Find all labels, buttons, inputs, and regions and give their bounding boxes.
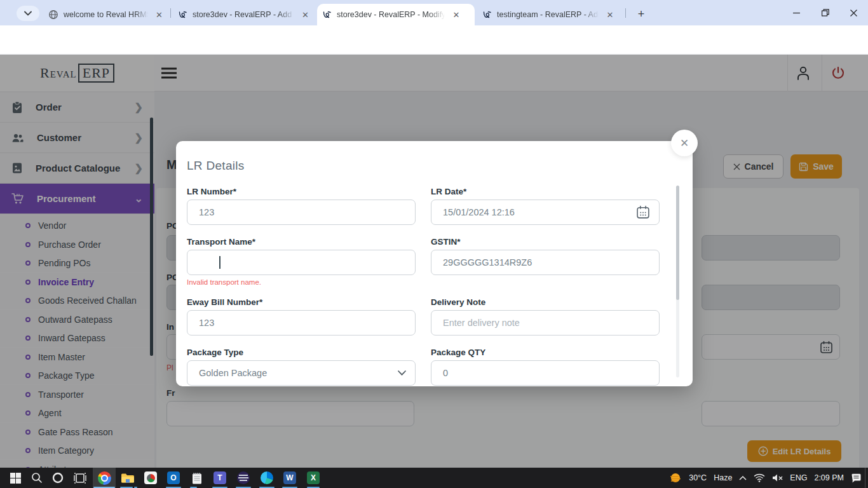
text-caret <box>219 256 220 269</box>
lr-date-input[interactable]: 15/01/2024 12:16 <box>431 200 660 225</box>
taskbar-word-icon[interactable]: W <box>278 468 301 488</box>
task-view-icon[interactable] <box>69 468 92 488</box>
wifi-icon[interactable] <box>754 473 765 482</box>
start-button[interactable] <box>4 468 27 488</box>
tab-close-icon[interactable]: ✕ <box>451 10 461 20</box>
package-type-label: Package Type <box>187 348 243 357</box>
lr-details-modal: LR Details LR Number* 123 LR Date* 15/01… <box>176 141 693 386</box>
delivery-note-input[interactable]: Enter delivery note <box>431 310 660 336</box>
taskbar-chrome-icon[interactable] <box>93 468 116 488</box>
gstin-label: GSTIN* <box>431 237 461 247</box>
taskbar-file-explorer-icon[interactable] <box>116 468 139 488</box>
delivery-note-label: Delivery Note <box>431 297 485 307</box>
eway-bill-label: Eway Bill Number* <box>187 297 262 307</box>
tab-reval-erp-modify-active[interactable]: store3dev - RevalERP - Modify ✕ <box>317 4 475 25</box>
reval-favicon <box>322 10 332 20</box>
weather-temp[interactable]: 30°C <box>689 473 707 482</box>
window-restore-button[interactable] <box>811 0 840 25</box>
globe-icon <box>48 10 58 20</box>
tab-close-icon[interactable]: ✕ <box>605 10 615 20</box>
window-minimize-button[interactable] <box>782 0 811 25</box>
tab-title: store3dev - RevalERP - Modify <box>337 10 445 19</box>
cortana-icon[interactable] <box>46 468 69 488</box>
calendar-icon[interactable] <box>636 205 650 219</box>
transport-name-input[interactable] <box>187 250 416 275</box>
transport-name-error: Invalid transport name. <box>187 278 261 286</box>
taskbar-pinwheel-app-icon[interactable] <box>139 468 162 488</box>
browser-toolbar: store3dev.revalweb.com/InvoiceEntry/modi… <box>0 25 868 55</box>
show-desktop-button[interactable] <box>865 468 868 488</box>
package-qty-input[interactable]: 0 <box>431 360 660 386</box>
lr-number-input[interactable]: 123 <box>187 200 416 225</box>
taskbar-teams-icon[interactable]: T <box>208 468 231 488</box>
modal-scrollbar-thumb[interactable] <box>676 186 679 300</box>
tab-testingteam[interactable]: testingteam - RevalERP - Add V ✕ <box>477 4 623 25</box>
window-close-button[interactable] <box>839 0 868 25</box>
tab-close-icon[interactable]: ✕ <box>301 10 310 20</box>
browser-tab-strip: welcome to Reval HRMS ✕ store3dev - Reva… <box>0 0 868 25</box>
reval-favicon <box>482 10 492 20</box>
weather-condition[interactable]: Haze <box>714 473 732 482</box>
taskbar-eclipse-icon[interactable] <box>232 468 255 488</box>
package-type-select[interactable]: Golden Package <box>187 360 416 386</box>
tab-divider <box>170 8 171 18</box>
system-tray: 30°C Haze ENG 2:09 PM <box>669 468 862 488</box>
lr-date-label: LR Date* <box>431 187 466 196</box>
chevron-down-icon <box>398 370 406 376</box>
new-tab-button[interactable]: + <box>633 6 649 22</box>
tab-divider <box>625 8 626 18</box>
gstin-input[interactable]: 29GGGGG1314R9Z6 <box>431 250 660 275</box>
tab-search-button[interactable] <box>17 6 39 21</box>
search-icon[interactable] <box>25 468 48 488</box>
package-qty-label: Package QTY <box>431 348 485 357</box>
tab-close-icon[interactable]: ✕ <box>154 10 164 20</box>
reval-favicon <box>178 10 187 20</box>
transport-name-label: Transport Name* <box>187 237 255 247</box>
weather-icon[interactable] <box>669 472 682 484</box>
taskbar-edge-icon[interactable] <box>255 468 278 488</box>
notification-center-icon[interactable] <box>851 473 862 483</box>
tab-title: testingteam - RevalERP - Add V <box>497 10 599 19</box>
tab-reval-erp-add[interactable]: store3dev - RevalERP - Add Inv ✕ <box>173 4 315 25</box>
input-language[interactable]: ENG <box>790 473 807 482</box>
tab-reval-hrms[interactable]: welcome to Reval HRMS ✕ <box>43 4 169 25</box>
eway-bill-input[interactable]: 123 <box>187 310 416 336</box>
clock[interactable]: 2:09 PM <box>814 473 844 482</box>
lr-number-label: LR Number* <box>187 187 236 196</box>
tab-title: store3dev - RevalERP - Add Inv <box>193 10 294 19</box>
volume-muted-icon[interactable] <box>772 473 783 482</box>
modal-title: LR Details <box>187 159 245 173</box>
modal-close-button[interactable]: ✕ <box>671 130 698 156</box>
tray-chevron-up-icon[interactable] <box>739 476 747 480</box>
taskbar-excel-icon[interactable]: X <box>302 468 325 488</box>
windows-taskbar: O T W X 30°C Haze ENG 2:09 PM <box>0 468 868 488</box>
tab-title: welcome to Reval HRMS <box>64 10 148 19</box>
taskbar-outlook-icon[interactable]: O <box>162 468 185 488</box>
taskbar-notepad-icon[interactable] <box>186 468 208 488</box>
